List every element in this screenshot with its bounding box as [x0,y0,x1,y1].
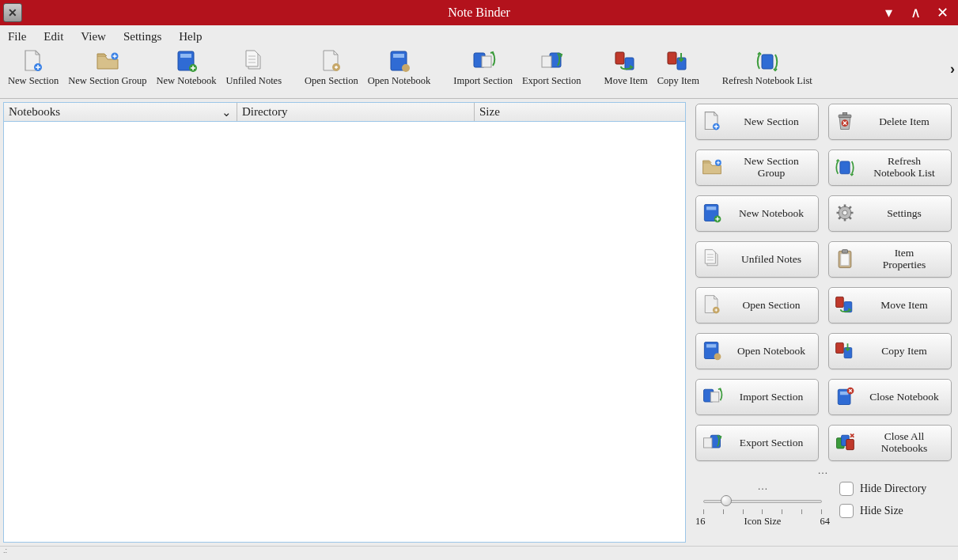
menu-help[interactable]: Help [179,30,202,44]
panel-import-section[interactable]: Import Section [695,379,819,415]
menu-view[interactable]: View [81,30,106,44]
toolbar-open-section-label: Open Section [305,75,358,87]
toolbar-new-section-label: New Section [8,75,59,87]
toolbar-export-section-label: Export Section [522,75,581,87]
column-size-label: Size [479,105,500,119]
toolbar-new-section-group[interactable]: New Section Group [63,48,151,90]
toolbar-import-section[interactable]: Import Section [449,48,517,90]
chevron-down-icon: ⌄ [222,105,232,119]
folder-plus-icon [701,156,725,180]
check-hide-size[interactable]: Hide Size [839,504,952,518]
toolbar-open-notebook-label: Open Notebook [368,75,431,87]
file-gray-open-icon [701,293,725,317]
panel-item-props-label: ItemProperties [862,248,946,271]
panel-close-notebook[interactable]: Close Notebook [828,379,952,415]
panel-delete-item-label: Delete Item [862,116,946,128]
column-directory-label: Directory [242,105,287,119]
column-notebooks-label: Notebooks [9,105,60,119]
panel-settings[interactable]: Settings [828,195,952,232]
export-arrow-icon [539,48,564,74]
icon-size-slider[interactable] [703,494,822,509]
checkbox-icon [839,482,854,496]
move-book-icon [834,293,858,317]
column-notebooks[interactable]: Notebooks ⌄ [4,103,237,121]
panel-import-section-label: Import Section [729,392,813,403]
toolbar-unfiled-notes[interactable]: Unfiled Notes [222,48,286,90]
panel-close-all[interactable]: Close AllNotebooks [828,425,952,461]
file-plus-gray-icon [21,48,46,74]
tree-header: Notebooks ⌄ Directory Size [3,102,686,121]
move-book-icon [613,48,638,74]
close-book-icon [834,385,858,409]
panel-refresh-list[interactable]: RefreshNotebook List [828,149,952,186]
side-overflow-ellipsis[interactable]: … [695,464,952,477]
toolbar-new-section[interactable]: New Section [3,48,63,90]
panel-copy-item[interactable]: Copy Item [828,333,952,369]
notebook-blue-open-icon [387,48,412,74]
panel-export-section[interactable]: Export Section [695,425,819,461]
notebook-blue-plus-icon [701,202,725,225]
clipboard-icon [834,248,858,271]
menu-edit[interactable]: Edit [44,30,63,44]
panel-new-section-label: New Section [729,116,813,128]
notebook-blue-plus-icon [174,48,199,74]
menu-settings[interactable]: Settings [123,30,161,44]
notebook-blue-open-icon [701,339,725,363]
toolbar-move-item[interactable]: Move Item [600,48,653,90]
panel-open-section-label: Open Section [729,300,813,312]
panel-move-item[interactable]: Move Item [828,287,952,324]
toolbar: New Section New Section Group New Notebo… [0,47,958,99]
toolbar-new-notebook[interactable]: New Notebook [152,48,222,90]
toolbar-export-section[interactable]: Export Section [517,48,586,90]
toolbar-move-item-label: Move Item [604,75,648,87]
file-gray-open-icon [319,48,344,74]
slider-min: 16 [695,516,706,528]
refresh-book-icon [755,48,780,74]
close-all-book-icon [834,431,858,455]
file-plus-gray-icon [701,110,725,134]
toolbar-unfiled-notes-label: Unfiled Notes [226,75,282,87]
panel-delete-item[interactable]: Delete Item [828,104,952,140]
panel-open-notebook[interactable]: Open Notebook [695,333,819,369]
menu-file[interactable]: File [8,30,26,44]
file-gray-stack-icon [701,248,725,271]
panel-new-section-group[interactable]: New SectionGroup [695,149,819,186]
panel-copy-item-label: Copy Item [862,346,946,358]
toolbar-import-section-label: Import Section [453,75,513,87]
column-size[interactable]: Size [475,103,685,121]
panel-unfiled-notes[interactable]: Unfiled Notes [695,241,819,278]
panel-close-all-label: Close AllNotebooks [862,431,946,455]
copy-book-icon [665,48,691,74]
toolbar-copy-item[interactable]: Copy Item [653,48,704,90]
file-gray-stack-icon [241,48,267,74]
column-directory[interactable]: Directory [237,103,475,121]
refresh-book-icon [834,156,858,180]
panel-refresh-list-label: RefreshNotebook List [862,156,946,180]
panel-open-section[interactable]: Open Section [695,287,819,324]
tree-body[interactable] [3,121,686,543]
menubar: File Edit View Settings Help [0,25,958,47]
gear-icon [834,202,858,225]
import-arrow-icon [471,48,496,74]
toolbar-refresh-notebook-list[interactable]: Refresh Notebook List [718,48,817,90]
panel-new-notebook-label: New Notebook [729,208,813,220]
statusbar: .: [0,546,958,560]
panel-new-section[interactable]: New Section [695,104,819,140]
toolbar-open-section[interactable]: Open Section [300,48,363,90]
toolbar-open-notebook[interactable]: Open Notebook [363,48,436,90]
panel-close-notebook-label: Close Notebook [862,392,946,403]
check-hide-directory[interactable]: Hide Directory [839,482,952,496]
slider-label: Icon Size [706,516,820,528]
import-arrow-icon [701,385,725,409]
icon-size-slider-block: … 16 Icon Size 64 [695,480,830,528]
panel-item-props[interactable]: ItemProperties [828,241,952,278]
toolbar-scroll-right[interactable]: › [950,61,955,78]
toolbar-new-section-group-label: New Section Group [68,75,146,87]
panel-new-notebook[interactable]: New Notebook [695,195,819,232]
panel-export-section-label: Export Section [729,437,813,449]
toolbar-refresh-notebook-list-label: Refresh Notebook List [722,75,812,87]
toolbar-new-notebook-label: New Notebook [157,75,217,87]
copy-book-icon [834,339,858,363]
panel-open-notebook-label: Open Notebook [729,346,813,358]
folder-plus-icon [95,48,120,74]
